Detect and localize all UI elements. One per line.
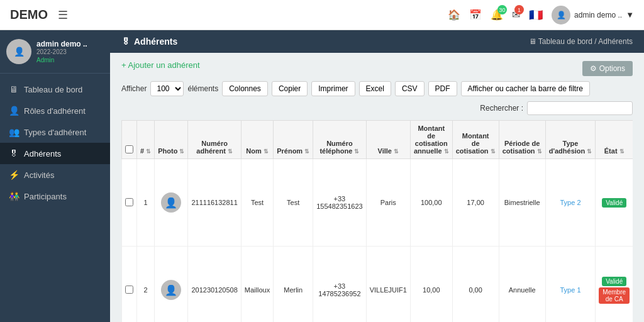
cell-numero: 201230120508 <box>188 247 241 322</box>
cell-type-adhesion: Type 2 <box>545 159 596 247</box>
users-icon: 👥 <box>9 127 19 137</box>
row-checkbox[interactable] <box>125 198 133 206</box>
cell-montant-cotisation: 17,00 <box>452 159 499 247</box>
sidebar-avatar: 👤 <box>6 39 31 64</box>
user-menu[interactable]: 👤 admin demo .. ▼ <box>552 6 634 25</box>
col-type-adhesion: Typed'adhésion ⇅ <box>545 121 596 159</box>
home-icon[interactable]: 🏠 <box>448 9 460 21</box>
sidebar-profile: 👤 admin demo .. 2022-2023 Admin <box>0 30 110 74</box>
avatar: 👤 <box>161 192 181 213</box>
top-controls: + Ajouter un adhérent ⚙ Options <box>121 60 633 76</box>
cell-check <box>122 247 137 322</box>
cell-cotisation-annuelle: 100,00 <box>410 159 452 247</box>
cell-ville: VILLEJUIF1 <box>366 247 410 322</box>
bell-badge: 30 <box>497 5 507 14</box>
col-ville: Ville ⇅ <box>366 121 410 159</box>
row-checkbox[interactable] <box>125 286 133 294</box>
add-adherent-button[interactable]: + Ajouter un adhérent <box>121 60 200 70</box>
sidebar-profile-info: admin demo .. 2022-2023 Admin <box>36 40 87 64</box>
cell-numero: 211116132811 <box>188 159 241 247</box>
cell-num: 2 <box>137 247 155 322</box>
options-button[interactable]: ⚙ Options <box>582 61 633 76</box>
sidebar-item-types-adherent[interactable]: 👥 Types d'adhérent <box>0 121 110 143</box>
cell-etat: Validé <box>596 159 633 247</box>
per-page-select[interactable]: 100 25 50 <box>150 81 184 96</box>
filtre-button[interactable]: Afficher ou cacher la barre de filtre <box>461 81 590 96</box>
col-montant-cotisation: Montantdecotisation ⇅ <box>452 121 499 159</box>
sidebar-label-participants: Participants <box>24 192 67 201</box>
hamburger-icon[interactable]: ☰ <box>58 8 68 22</box>
breadcrumb-home[interactable]: 🖥 Tableau de bord <box>529 37 592 46</box>
avatar: 👤 <box>161 280 181 300</box>
excel-button[interactable]: Excel <box>359 81 391 96</box>
calendar-icon[interactable]: 📅 <box>469 9 482 21</box>
sidebar-label-tableau-de-bord: Tableau de bord <box>24 85 82 94</box>
cell-ville: Paris <box>366 159 410 247</box>
sidebar-item-tableau-de-bord[interactable]: 🖥 Tableau de bord <box>0 79 110 100</box>
col-check <box>122 121 137 159</box>
col-photo: Photo ⇅ <box>155 121 188 159</box>
status-badge-valide: Validé <box>602 198 626 208</box>
sidebar-label-types-adherent: Types d'adhérent <box>24 128 86 137</box>
sidebar-label-roles-adherent: Rôles d'adhérent <box>24 106 86 116</box>
mail-icon[interactable]: ✉ 1 <box>512 9 520 21</box>
bell-icon[interactable]: 🔔 30 <box>491 9 503 21</box>
cell-montant-cotisation: 0,00 <box>452 247 499 322</box>
search-row: Rechercher : <box>121 101 633 115</box>
col-prenom: Prénom ⇅ <box>274 121 313 159</box>
sidebar-label-adherents: Adhérents <box>24 149 61 158</box>
imprimer-button[interactable]: Imprimer <box>311 81 355 96</box>
toolbar: Afficher 100 25 50 éléments Colonnes Cop… <box>121 81 633 96</box>
cell-num: 1 <box>137 159 155 247</box>
pdf-button[interactable]: PDF <box>428 81 457 96</box>
sidebar-item-activites[interactable]: ⚡ Activités <box>0 164 110 186</box>
col-etat: État ⇅ <box>596 121 633 159</box>
table-wrap: # ⇅ Photo ⇅ Numéroadhérent ⇅ Nom ⇅ Préno… <box>121 120 633 322</box>
top-navbar: DEMO ☰ 🏠 📅 🔔 30 ✉ 1 🇫🇷 👤 admin demo .. ▼ <box>0 0 644 30</box>
colonnes-button[interactable]: Colonnes <box>222 81 268 96</box>
type-link[interactable]: Type 2 <box>560 199 580 206</box>
main-content: 🎖 Adhérents 🖥 Tableau de bord / Adhérent… <box>110 30 644 322</box>
cell-periode: Bimestrielle <box>499 159 545 247</box>
page-body: + Ajouter un adhérent ⚙ Options Afficher… <box>110 53 644 322</box>
cell-telephone: +33155482351623 <box>313 159 366 247</box>
adherents-table: # ⇅ Photo ⇅ Numéroadhérent ⇅ Nom ⇅ Préno… <box>121 120 633 322</box>
sidebar: 👤 admin demo .. 2022-2023 Admin 🖥 Tablea… <box>0 30 110 322</box>
cell-cotisation-annuelle: 10,00 <box>410 247 452 322</box>
sidebar-profile-role: Admin <box>36 57 87 64</box>
search-input[interactable] <box>527 101 633 115</box>
monitor-icon: 🖥 <box>9 84 19 94</box>
cell-nom: Test <box>241 159 273 247</box>
sidebar-profile-name: admin demo .. <box>36 40 87 48</box>
sidebar-item-adherents[interactable]: 🎖 Adhérents <box>0 143 110 164</box>
col-numero: Numéroadhérent ⇅ <box>188 121 241 159</box>
elements-label: éléments <box>187 84 218 93</box>
mail-badge: 1 <box>514 5 524 14</box>
cell-etat: Validé Membre de CA <box>596 247 633 322</box>
copier-button[interactable]: Copier <box>272 81 308 96</box>
sidebar-profile-year: 2022-2023 <box>36 48 87 55</box>
cell-nom: Mailloux <box>241 247 273 322</box>
table-row: 1 👤 211116132811 Test Test +331554823516… <box>122 159 633 247</box>
sidebar-item-participants[interactable]: 👫 Participants <box>0 186 110 207</box>
chevron-down-icon: ▼ <box>626 10 634 19</box>
select-all-checkbox[interactable] <box>125 145 133 153</box>
breadcrumb: 🖥 Tableau de bord / Adhérents <box>529 37 633 46</box>
status-badge-membre: Membre de CA <box>599 287 630 304</box>
page-title: 🎖 Adhérents <box>121 36 177 47</box>
csv-button[interactable]: CSV <box>395 81 425 96</box>
sidebar-item-roles-adherent[interactable]: 👤 Rôles d'adhérent <box>0 100 110 121</box>
flag-icon[interactable]: 🇫🇷 <box>529 8 543 22</box>
page-header-icon: 🎖 <box>121 36 130 47</box>
navbar-right: 🏠 📅 🔔 30 ✉ 1 🇫🇷 👤 admin demo .. ▼ <box>448 6 634 25</box>
status-badge-valide: Validé <box>602 277 626 286</box>
user-name-label: admin demo .. <box>574 11 622 19</box>
cell-type-adhesion: Type 1 <box>545 247 596 322</box>
sidebar-menu: 🖥 Tableau de bord 👤 Rôles d'adhérent 👥 T… <box>0 74 110 212</box>
col-cotisation-annuelle: Montantdecotisationannuelle ⇅ <box>410 121 452 159</box>
type-link[interactable]: Type 1 <box>560 286 580 294</box>
main-layout: 👤 admin demo .. 2022-2023 Admin 🖥 Tablea… <box>0 30 644 322</box>
table-row: 2 👤 201230120508 Mailloux Merlin +331478… <box>122 247 633 322</box>
user-icon: 👤 <box>9 106 19 116</box>
bolt-icon: ⚡ <box>9 170 19 180</box>
